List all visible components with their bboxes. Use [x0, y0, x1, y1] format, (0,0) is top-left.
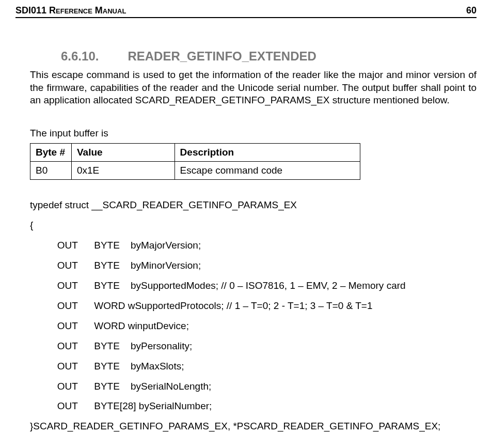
- page: SDI011 Reference Manual 60 6.6.10. READE…: [0, 0, 492, 448]
- cell-value: 0x1E: [71, 162, 174, 180]
- brace-close-typedef: }SCARD_READER_GETINFO_PARAMS_EX, *PSCARD…: [30, 416, 477, 437]
- typedef-line: typedef struct __SCARD_READER_GETINFO_PA…: [30, 195, 477, 215]
- struct-member: OUT BYTE[28] bySerialNumber;: [30, 396, 477, 416]
- col-header-value: Value: [71, 144, 174, 162]
- struct-definition: typedef struct __SCARD_READER_GETINFO_PA…: [30, 195, 477, 437]
- section-number: 6.6.10.: [61, 49, 99, 64]
- section-heading: 6.6.10. READER_GETINFO_EXTENDED: [30, 49, 477, 64]
- table-header-row: Byte # Value Description: [30, 144, 360, 162]
- struct-member: OUT BYTE byMaxSlots;: [30, 357, 477, 377]
- section-paragraph: This escape command is used to get the i…: [30, 69, 477, 107]
- cell-desc: Escape command code: [174, 162, 360, 180]
- section-name: READER_GETINFO_EXTENDED: [128, 49, 316, 64]
- struct-member: OUT BYTE byMinorVersion;: [30, 256, 477, 276]
- struct-member: OUT BYTE byMajorVersion;: [30, 236, 477, 256]
- cell-byte: B0: [30, 162, 72, 180]
- page-number: 60: [466, 5, 477, 16]
- table-row: B0 0x1E Escape command code: [30, 162, 360, 180]
- content-area: 6.6.10. READER_GETINFO_EXTENDED This esc…: [15, 49, 477, 437]
- struct-member: OUT WORD wSupportedProtocols; // 1 – T=0…: [30, 296, 477, 316]
- col-header-desc: Description: [174, 144, 360, 162]
- struct-member: OUT BYTE byPersonality;: [30, 336, 477, 357]
- document-title: SDI011 Reference Manual: [15, 5, 126, 16]
- input-buffer-table: Byte # Value Description B0 0x1E Escape …: [30, 143, 360, 180]
- struct-member: OUT BYTE bySerialNoLength;: [30, 377, 477, 397]
- col-header-byte: Byte #: [30, 144, 72, 162]
- struct-member: OUT BYTE bySupportedModes; // 0 – ISO781…: [30, 276, 477, 296]
- struct-member: OUT WORD winputDevice;: [30, 316, 477, 336]
- header-bar: SDI011 Reference Manual 60: [15, 5, 477, 18]
- brace-open: {: [30, 215, 477, 236]
- input-buffer-label: The input buffer is: [30, 128, 477, 139]
